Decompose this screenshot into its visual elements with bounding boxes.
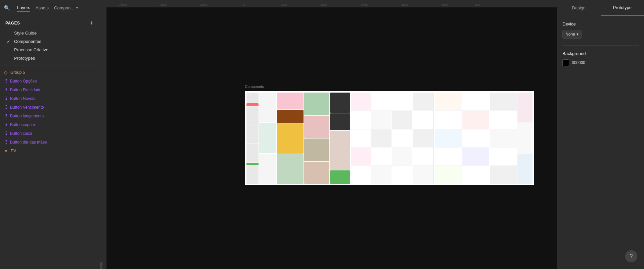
background-section: Background 000000 xyxy=(562,51,639,66)
canvas-area[interactable]: -3000 -2000 -1000 0 1000 2000 3000 4000 … xyxy=(99,0,557,269)
layer-button-lancamento[interactable]: ⠿ Button lançamento xyxy=(0,112,99,120)
component-icon: ⠿ xyxy=(4,78,7,84)
background-color-swatch[interactable] xyxy=(562,59,569,66)
right-tabs: Design Prototype xyxy=(557,0,644,16)
ruler-label: 600... xyxy=(475,4,483,7)
layer-button-cupom[interactable]: ⠿ Button cupom xyxy=(0,120,99,129)
ruler-top: -3000 -2000 -1000 0 1000 2000 3000 4000 … xyxy=(99,0,557,7)
layer-button-dia-maes[interactable]: ⠿ Button dia das mães xyxy=(0,138,99,147)
ruler-label: 2000 xyxy=(321,4,327,7)
component-icon: ⠿ xyxy=(4,96,7,101)
tab-layers[interactable]: Layers xyxy=(17,4,30,12)
frame-label: Componets xyxy=(245,85,264,89)
device-select[interactable]: None ▾ xyxy=(562,30,582,39)
component-icon: ⠿ xyxy=(4,122,7,127)
pages-title: Pages xyxy=(5,21,20,25)
tab-prototype[interactable]: Prototype xyxy=(601,0,644,15)
right-content: Device None ▾ Background 000000 xyxy=(557,16,644,78)
add-page-button[interactable]: + xyxy=(90,20,93,26)
component-icon: ⠿ xyxy=(4,87,7,93)
ruler-label: 4000 xyxy=(401,4,408,7)
ruler-left: 1000 2000 3000 4000 5000 xyxy=(99,7,106,269)
page-item-componentes[interactable]: ✓ Componentes xyxy=(5,37,93,46)
search-icon[interactable]: 🔍 xyxy=(4,5,10,11)
design-frame xyxy=(245,91,534,185)
diamond-icon: ◇ xyxy=(4,70,8,75)
ruler-label: -1000 xyxy=(200,4,208,7)
tab-design[interactable]: Design xyxy=(557,1,601,15)
chevron-down-icon: ▾ xyxy=(577,32,579,37)
canvas-inner: Componets xyxy=(245,91,534,185)
component-icon: ⠿ xyxy=(4,131,7,136)
background-label: Background xyxy=(562,51,639,56)
left-panel: 🔍 Layers Assets Compon... ▾ Pages + Styl… xyxy=(0,0,99,269)
background-color-value: 000000 xyxy=(572,60,585,65)
page-item-style-guide[interactable]: Style Guide xyxy=(5,29,93,37)
diamond-icon: ✦ xyxy=(4,148,8,154)
ruler-label: 0 xyxy=(243,4,245,7)
ruler-label: -3000 xyxy=(119,4,127,7)
device-section: Device None ▾ xyxy=(562,21,639,39)
layer-button-opcoes[interactable]: ⠿ Button Opções xyxy=(0,77,99,86)
right-panel: Design Prototype Device None ▾ Backgroun… xyxy=(557,0,644,269)
canvas-content[interactable]: Componets xyxy=(106,7,557,269)
page-item-processo-criativo[interactable]: Processo Criativo xyxy=(5,46,93,54)
ruler-label: 1000 xyxy=(280,4,287,7)
tab-components[interactable]: Compon... ▾ xyxy=(54,4,78,12)
ruler-label: 5000 xyxy=(442,4,448,7)
component-icon: ⠿ xyxy=(4,113,7,119)
layer-button-caixa[interactable]: ⠿ Button caixa xyxy=(0,129,99,138)
pages-section: Pages + Style Guide ✓ Componentes Proces… xyxy=(0,16,99,65)
background-row: 000000 xyxy=(562,59,639,66)
layers-section: ◇ Group 5 ⠿ Button Opções ⠿ Button Fidel… xyxy=(0,65,99,269)
component-icon: ⠿ xyxy=(4,140,7,145)
ruler-label: -2000 xyxy=(159,4,167,7)
layer-button-vencimento[interactable]: ⠿ Button Vencimento xyxy=(0,103,99,112)
layer-group5[interactable]: ◇ Group 5 xyxy=(0,68,99,77)
device-row: None ▾ xyxy=(562,30,639,39)
tab-assets[interactable]: Assets xyxy=(36,4,49,12)
help-button[interactable]: ? xyxy=(625,250,637,262)
layer-pv[interactable]: ✦ PV xyxy=(0,147,99,155)
chevron-down-icon: ▾ xyxy=(76,6,78,10)
top-tabs: 🔍 Layers Assets Compon... ▾ xyxy=(0,0,99,16)
layer-button-fidelidade[interactable]: ⠿ Button Fidelidade xyxy=(0,86,99,94)
page-item-prototypes[interactable]: Prototypes xyxy=(5,54,93,62)
ruler-label: 3000 xyxy=(361,4,368,7)
frame-container: Componets xyxy=(245,91,534,185)
layer-button-novela[interactable]: ⠿ Button Novela xyxy=(0,94,99,103)
component-icon: ⠿ xyxy=(4,105,7,110)
pages-header: Pages + xyxy=(5,20,93,26)
device-label: Device xyxy=(562,21,639,26)
